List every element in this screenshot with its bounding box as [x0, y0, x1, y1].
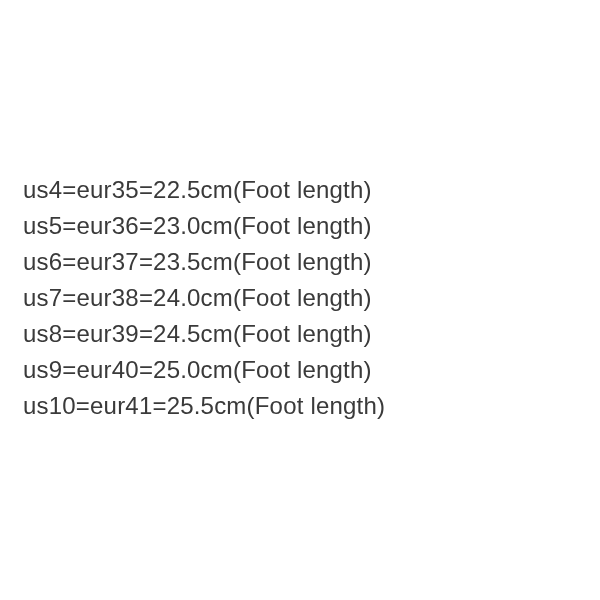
size-row: us10=eur41=25.5cm(Foot length) [23, 388, 385, 424]
size-row: us4=eur35=22.5cm(Foot length) [23, 172, 385, 208]
size-row: us6=eur37=23.5cm(Foot length) [23, 244, 385, 280]
size-row: us5=eur36=23.0cm(Foot length) [23, 208, 385, 244]
size-row: us8=eur39=24.5cm(Foot length) [23, 316, 385, 352]
size-chart-list: us4=eur35=22.5cm(Foot length) us5=eur36=… [23, 172, 385, 424]
size-row: us9=eur40=25.0cm(Foot length) [23, 352, 385, 388]
size-row: us7=eur38=24.0cm(Foot length) [23, 280, 385, 316]
